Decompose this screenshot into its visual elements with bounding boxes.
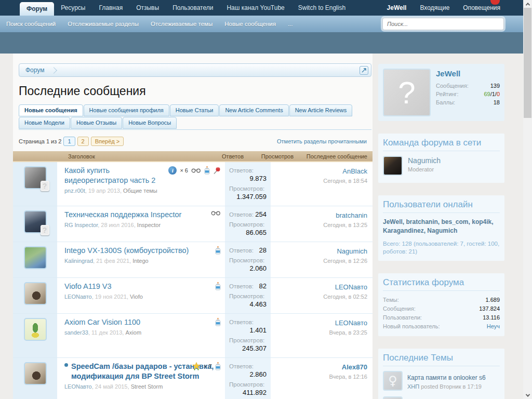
tab-new-questions[interactable]: Новые Вопросы bbox=[123, 117, 177, 129]
topic-title-link[interactable]: Intego VX-1300S (комбоустройство) bbox=[64, 246, 189, 256]
stat-label: Сообщения: bbox=[383, 304, 416, 313]
replies-label: Ответов: bbox=[229, 282, 254, 290]
avatar[interactable] bbox=[24, 362, 47, 385]
online-member-link[interactable]: Nagumich bbox=[427, 227, 457, 234]
tab-new-profile-posts[interactable]: Новые сообщения профиля bbox=[84, 104, 169, 116]
next-page-button[interactable]: Вперёд > bbox=[91, 137, 124, 146]
rating-value[interactable]: 69/1/0 bbox=[484, 90, 500, 98]
page-2-button[interactable]: 2 bbox=[77, 137, 89, 146]
last-post-date[interactable]: Сегодня, в 12:26 bbox=[274, 258, 367, 264]
browser-scrollbar[interactable] bbox=[523, 0, 532, 399]
nav-tab-youtube[interactable]: Наш канал YouTube bbox=[220, 0, 291, 16]
page-1-button[interactable]: 1 bbox=[63, 137, 75, 146]
nav-tab-resources[interactable]: Ресурсы bbox=[54, 0, 92, 16]
nav-tab-switch-english[interactable]: Switch to English bbox=[291, 0, 352, 16]
quick-navigation-icon[interactable] bbox=[360, 66, 368, 75]
last-poster-link[interactable]: LEONавто bbox=[335, 319, 367, 327]
last-poster-link[interactable]: Alex870 bbox=[342, 363, 367, 371]
watched-threads-link[interactable]: Отслеживаемые темы bbox=[151, 16, 212, 32]
tab-new-article-comments[interactable]: New Article Comments bbox=[219, 104, 288, 116]
topic-forum-link[interactable]: Viofo bbox=[130, 294, 143, 300]
tab-new-models[interactable]: Новые Модели bbox=[19, 117, 70, 129]
table-row: Intego VX-1300S (комбоустройство) Kalini… bbox=[13, 242, 373, 278]
topic-author-link[interactable]: pnz.r00t bbox=[64, 188, 88, 194]
last-post-date[interactable]: Вчера, в 12:16 bbox=[274, 374, 367, 380]
topic-author-link[interactable]: LEONавто bbox=[64, 294, 95, 300]
search-messages-link[interactable]: Поиск сообщений bbox=[6, 16, 56, 32]
topic-author-link[interactable]: LEONавто bbox=[64, 383, 95, 390]
avatar[interactable] bbox=[24, 246, 47, 269]
nav-tab-forum[interactable]: Форум bbox=[20, 2, 54, 16]
points-label: Баллы: bbox=[436, 98, 455, 107]
views-count: 245.307 bbox=[242, 344, 267, 353]
newest-member-link[interactable]: Неуч bbox=[487, 322, 500, 331]
new-messages-link[interactable]: Новые сообщения bbox=[224, 16, 276, 32]
avatar[interactable] bbox=[24, 282, 47, 305]
avatar[interactable] bbox=[24, 318, 47, 341]
avatar[interactable]: ? bbox=[24, 210, 47, 233]
nav-tab-home[interactable]: Главная bbox=[92, 0, 129, 16]
breadcrumb-forum[interactable]: Форум bbox=[19, 66, 50, 74]
last-poster-link[interactable]: bratchanin bbox=[336, 211, 367, 219]
last-post-date[interactable]: Вчера, в 23:25 bbox=[274, 329, 367, 336]
online-member-link[interactable]: bes_com bbox=[442, 218, 472, 225]
topic-forum-link[interactable]: Общие темы bbox=[123, 188, 157, 194]
topic-forum-link[interactable]: Intego bbox=[132, 258, 149, 264]
last-post-date[interactable]: Сегодня, в 02:52 bbox=[274, 294, 367, 300]
latest-thread-author[interactable]: ХНП bbox=[407, 383, 419, 390]
online-member-link[interactable]: Karagandinez bbox=[383, 227, 427, 234]
online-member-link[interactable]: JeWell bbox=[383, 218, 406, 225]
replies-label: Ответов: bbox=[229, 318, 254, 326]
search-input[interactable] bbox=[383, 18, 503, 30]
last-poster-link[interactable]: Nagumich bbox=[337, 247, 367, 255]
avatar[interactable]: ♂ bbox=[383, 396, 403, 399]
page-title: Последние сообщения bbox=[19, 84, 373, 98]
tab-new-reviews[interactable]: Новые Отзывы bbox=[71, 117, 122, 129]
inbox-link[interactable]: Входящие bbox=[420, 0, 449, 16]
topic-author-link[interactable]: RG Inspector bbox=[64, 222, 101, 228]
nav-tab-users[interactable]: Пользователи bbox=[166, 0, 220, 16]
tab-new-articles[interactable]: Новые Статьи bbox=[170, 104, 219, 116]
tab-new-article-reviews[interactable]: New Article Reviews bbox=[289, 104, 353, 116]
mark-forums-read-link[interactable]: Отметить разделы прочитанными bbox=[277, 138, 367, 144]
username-link[interactable]: JeWell bbox=[436, 69, 500, 78]
more-links[interactable]: ... bbox=[288, 16, 293, 32]
avatar[interactable]: ♀ bbox=[383, 371, 403, 391]
topic-forum-link[interactable]: Inspector bbox=[137, 222, 161, 228]
topic-title-link[interactable]: Viofo A119 V3 bbox=[64, 282, 112, 291]
topic-author-link[interactable]: Kaliningrad bbox=[64, 258, 96, 264]
views-label: Просмотров: bbox=[229, 292, 264, 300]
glasses-icon bbox=[191, 168, 201, 173]
last-post-date[interactable]: Сегодня, в 13:25 bbox=[274, 222, 367, 228]
stat-value: 137.824 bbox=[479, 304, 500, 313]
avatar[interactable]: ? bbox=[383, 69, 431, 116]
online-member-link[interactable]: kop4ik bbox=[472, 218, 493, 225]
online-member-link[interactable]: bratchanin bbox=[406, 218, 441, 225]
last-poster-link[interactable]: AnBlack bbox=[342, 167, 367, 175]
account-link[interactable]: JeWell bbox=[387, 0, 407, 16]
topic-title-link[interactable]: Какой купить видеорегистратор часть 2 bbox=[64, 166, 168, 185]
scroll-up-button[interactable] bbox=[523, 0, 532, 8]
topic-title-link[interactable]: Axiom Car Vision 1100 bbox=[64, 317, 140, 327]
avatar[interactable]: ? bbox=[24, 166, 47, 189]
replies-count: 1.401 bbox=[249, 326, 267, 335]
last-poster-link[interactable]: LEONавто bbox=[335, 283, 367, 291]
scrollbar-thumb[interactable] bbox=[524, 8, 531, 118]
views-count: 4.463 bbox=[249, 300, 267, 309]
question-badge-icon: ? bbox=[41, 181, 49, 191]
topic-title-link[interactable]: Техническая поддержка Inspector bbox=[64, 210, 181, 220]
last-post-date[interactable]: Сегодня, в 18:54 bbox=[274, 178, 367, 184]
watched-forums-link[interactable]: Отслеживаемые разделы bbox=[68, 16, 139, 32]
tab-new-messages[interactable]: Новые сообщения bbox=[19, 104, 83, 116]
topic-forum-link[interactable]: Street Storm bbox=[131, 383, 163, 390]
messages-count[interactable]: 139 bbox=[490, 82, 500, 90]
topic-forum-link[interactable]: Axiom bbox=[125, 329, 141, 336]
scroll-down-button[interactable] bbox=[523, 391, 532, 399]
avatar[interactable] bbox=[383, 156, 403, 176]
latest-thread-link[interactable]: Карта памяти в onlooker s6 bbox=[407, 374, 486, 381]
topic-author-link[interactable]: sander33 bbox=[64, 329, 91, 336]
staff-member-link[interactable]: Nagumich bbox=[408, 156, 441, 165]
points-count[interactable]: 18 bbox=[494, 98, 500, 107]
nav-tab-reviews[interactable]: Отзывы bbox=[129, 0, 166, 16]
table-header: Заголовок Ответов Просмотров Последнее с… bbox=[13, 151, 373, 162]
